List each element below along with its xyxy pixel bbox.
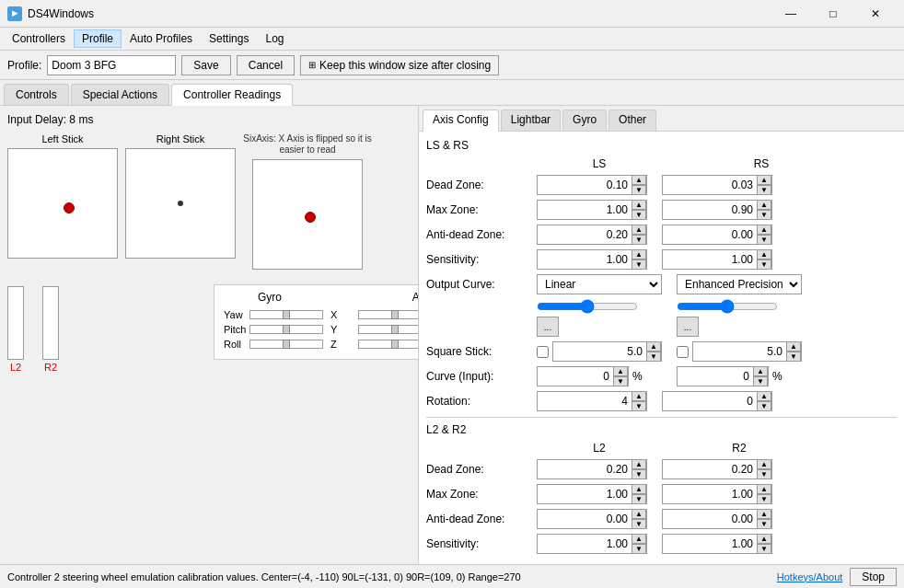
r2-max-zone-up[interactable]: ▲ — [757, 484, 771, 494]
rs-rotation-down[interactable]: ▼ — [757, 401, 771, 411]
minimize-button[interactable]: — — [770, 0, 812, 28]
rs-anti-dead-down[interactable]: ▼ — [757, 235, 771, 245]
r2-sensitivity-up[interactable]: ▲ — [757, 534, 771, 544]
l2-anti-dead-input[interactable]: 0.00 ▲ ▼ — [537, 509, 647, 529]
r2-dead-zone-up[interactable]: ▲ — [757, 459, 771, 469]
rs-anti-dead-up[interactable]: ▲ — [757, 225, 771, 235]
x-slider[interactable] — [358, 310, 419, 319]
hotkeys-link[interactable]: Hotkeys/About — [777, 571, 843, 582]
rs-curve-input[interactable]: 0 ▲ ▼ — [677, 366, 769, 386]
tab-gyro[interactable]: Gyro — [562, 110, 607, 131]
r2-dead-zone-down[interactable]: ▼ — [757, 469, 771, 479]
menu-controllers[interactable]: Controllers — [4, 29, 74, 48]
ls-sensitivity-input[interactable]: 1.00 ▲ ▼ — [537, 249, 647, 270]
r2-anti-dead-input[interactable]: 0.00 ▲ ▼ — [662, 509, 772, 529]
z-slider[interactable] — [358, 340, 419, 349]
r2-max-zone-down[interactable]: ▼ — [757, 494, 771, 504]
ls-sensitivity-up[interactable]: ▲ — [632, 249, 646, 259]
r2-max-zone-input[interactable]: 1.00 ▲ ▼ — [662, 484, 772, 504]
ls-max-zone-input[interactable]: 1.00 ▲ ▼ — [537, 200, 647, 220]
rs-anti-dead-input[interactable]: 0.00 ▲ ▼ — [662, 225, 772, 245]
rs-curve-slider[interactable] — [677, 299, 778, 314]
l2-dead-zone-input[interactable]: 0.20 ▲ ▼ — [537, 459, 647, 479]
rs-curve-input-up[interactable]: ▲ — [753, 366, 768, 376]
r2-anti-dead-down[interactable]: ▼ — [757, 519, 771, 529]
rs-sensitivity-up[interactable]: ▲ — [757, 249, 771, 259]
l2-anti-dead-up[interactable]: ▲ — [632, 509, 646, 519]
ls-max-zone-down[interactable]: ▼ — [632, 210, 646, 220]
rs-sensitivity-down[interactable]: ▼ — [757, 259, 771, 270]
ls-anti-dead-up[interactable]: ▲ — [632, 225, 646, 235]
profile-name-input[interactable] — [47, 55, 176, 75]
ls-rotation-down[interactable]: ▼ — [632, 401, 646, 411]
menu-settings[interactable]: Settings — [201, 29, 257, 48]
r2-anti-dead-up[interactable]: ▲ — [757, 509, 771, 519]
rs-sensitivity-input[interactable]: 1.00 ▲ ▼ — [662, 249, 772, 270]
r2-dead-zone-input[interactable]: 0.20 ▲ ▼ — [662, 459, 772, 479]
ls-square-stick-up[interactable]: ▲ — [646, 341, 661, 352]
cancel-button[interactable]: Cancel — [237, 55, 295, 75]
tab-lightbar[interactable]: Lightbar — [501, 110, 561, 131]
tab-other[interactable]: Other — [608, 110, 656, 131]
rs-dead-zone-up[interactable]: ▲ — [757, 175, 771, 185]
ls-dead-zone-down[interactable]: ▼ — [632, 185, 646, 195]
keep-size-button[interactable]: ⊞ Keep this window size after closing — [300, 55, 499, 75]
ls-square-stick-input[interactable]: 5.0 ▲ ▼ — [552, 341, 662, 362]
ls-rotation-up[interactable]: ▲ — [632, 391, 646, 401]
rs-max-zone-up[interactable]: ▲ — [757, 200, 771, 210]
rs-square-stick-checkbox[interactable] — [677, 346, 689, 358]
tab-special-actions[interactable]: Special Actions — [71, 84, 169, 105]
menu-log[interactable]: Log — [257, 29, 292, 48]
y-slider[interactable] — [358, 325, 419, 334]
ls-anti-dead-input[interactable]: 0.20 ▲ ▼ — [537, 225, 647, 245]
roll-slider[interactable] — [249, 340, 323, 349]
rs-rotation-input[interactable]: 0 ▲ ▼ — [662, 391, 772, 411]
l2-dead-zone-down[interactable]: ▼ — [632, 469, 646, 479]
rs-output-curve-select[interactable]: Linear Enhanced Precision Quadratic Cubi… — [677, 274, 802, 294]
tab-controller-readings[interactable]: Controller Readings — [171, 84, 293, 106]
stop-button[interactable]: Stop — [850, 568, 897, 586]
ls-square-stick-checkbox[interactable] — [537, 346, 549, 358]
yaw-slider[interactable] — [249, 310, 323, 319]
rs-square-stick-input[interactable]: 5.0 ▲ ▼ — [692, 341, 802, 362]
pitch-slider[interactable] — [249, 325, 323, 334]
r2-sensitivity-down[interactable]: ▼ — [757, 544, 771, 554]
l2-max-zone-up[interactable]: ▲ — [632, 484, 646, 494]
rs-dead-zone-input[interactable]: 0.03 ▲ ▼ — [662, 175, 772, 195]
ls-curve-input-up[interactable]: ▲ — [613, 366, 628, 376]
l2-anti-dead-down[interactable]: ▼ — [632, 519, 646, 529]
l2-sensitivity-input[interactable]: 1.00 ▲ ▼ — [537, 534, 647, 554]
rs-curve-input-down[interactable]: ▼ — [753, 376, 768, 386]
ls-rotation-input[interactable]: 4 ▲ ▼ — [537, 391, 647, 411]
ls-curve-slider[interactable] — [537, 299, 638, 314]
l2-max-zone-input[interactable]: 1.00 ▲ ▼ — [537, 484, 647, 504]
l2-max-zone-down[interactable]: ▼ — [632, 494, 646, 504]
tab-axis-config[interactable]: Axis Config — [423, 110, 499, 132]
rs-dead-zone-down[interactable]: ▼ — [757, 185, 771, 195]
close-button[interactable]: ✕ — [854, 0, 897, 28]
tab-controls[interactable]: Controls — [4, 84, 69, 105]
rs-square-stick-down[interactable]: ▼ — [786, 352, 801, 362]
l2-dead-zone-up[interactable]: ▲ — [632, 459, 646, 469]
save-button[interactable]: Save — [181, 55, 230, 75]
ls-dead-zone-input[interactable]: 0.10 ▲ ▼ — [537, 175, 647, 195]
rs-curve-edit-btn[interactable]: ... — [677, 317, 699, 337]
ls-curve-input[interactable]: 0 ▲ ▼ — [537, 366, 629, 386]
menu-auto-profiles[interactable]: Auto Profiles — [122, 29, 201, 48]
ls-output-curve-select[interactable]: Linear Enhanced Precision Quadratic Cubi… — [537, 274, 662, 294]
ls-dead-zone-up[interactable]: ▲ — [632, 175, 646, 185]
l2-sensitivity-up[interactable]: ▲ — [632, 534, 646, 544]
ls-curve-input-down[interactable]: ▼ — [613, 376, 628, 386]
ls-curve-edit-btn[interactable]: ... — [537, 317, 559, 337]
ls-square-stick-down[interactable]: ▼ — [646, 352, 661, 362]
rs-max-zone-input[interactable]: 0.90 ▲ ▼ — [662, 200, 772, 220]
rs-square-stick-up[interactable]: ▲ — [786, 341, 801, 352]
r2-sensitivity-input[interactable]: 1.00 ▲ ▼ — [662, 534, 772, 554]
rs-max-zone-down[interactable]: ▼ — [757, 210, 771, 220]
ls-sensitivity-down[interactable]: ▼ — [632, 259, 646, 270]
ls-max-zone-up[interactable]: ▲ — [632, 200, 646, 210]
maximize-button[interactable]: □ — [812, 0, 854, 28]
rs-rotation-up[interactable]: ▲ — [757, 391, 771, 401]
menu-profile[interactable]: Profile — [74, 29, 122, 48]
ls-anti-dead-down[interactable]: ▼ — [632, 235, 646, 245]
